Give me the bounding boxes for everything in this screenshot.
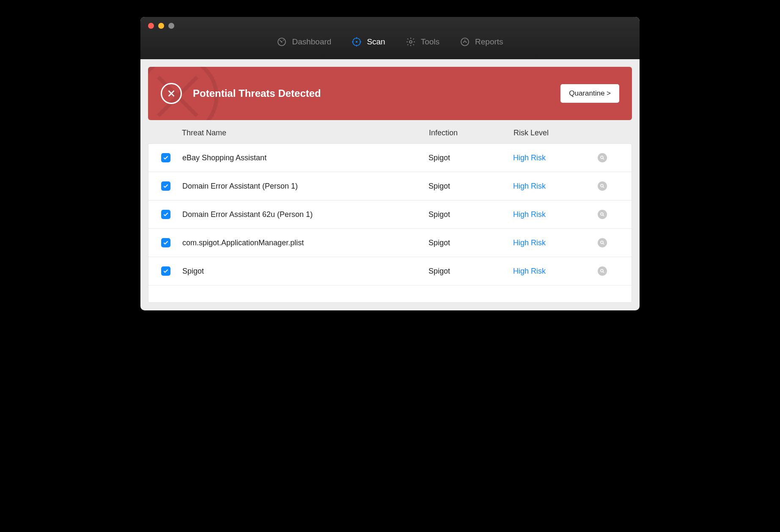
threat-infection: Spigot — [428, 210, 513, 219]
nav-label: Scan — [367, 37, 385, 47]
threat-name: eBay Shopping Assistant — [182, 154, 428, 162]
row-checkbox[interactable] — [161, 181, 170, 191]
row-detail-button[interactable] — [598, 181, 607, 191]
nav-reports[interactable]: Reports — [460, 37, 503, 47]
threat-infection: Spigot — [428, 182, 513, 191]
table-header: Threat Name Infection Risk Level — [148, 120, 632, 143]
threat-name: Domain Error Assistant (Person 1) — [182, 182, 428, 191]
svg-point-11 — [464, 40, 465, 41]
svg-point-10 — [461, 38, 469, 46]
reports-icon — [460, 37, 470, 47]
nav-label: Tools — [421, 37, 439, 47]
app-window: Dashboard Scan Tools Reports — [140, 17, 640, 310]
table-row: com.spigot.ApplicationManager.plist Spig… — [148, 229, 632, 257]
gear-icon — [406, 37, 416, 47]
quarantine-button[interactable]: Quarantine > — [560, 84, 619, 103]
svg-point-21 — [601, 213, 603, 215]
row-detail-button[interactable] — [598, 266, 607, 276]
nav-dashboard[interactable]: Dashboard — [277, 37, 331, 47]
threat-infection: Spigot — [428, 239, 513, 247]
threat-name: Spigot — [182, 267, 428, 276]
svg-line-22 — [603, 215, 604, 217]
crosshair-icon — [352, 37, 362, 47]
threat-infection: Spigot — [428, 154, 513, 162]
table-footer — [148, 285, 632, 302]
row-checkbox[interactable] — [161, 153, 170, 162]
titlebar: Dashboard Scan Tools Reports — [140, 17, 640, 59]
row-checkbox[interactable] — [161, 238, 170, 247]
threats-table: eBay Shopping Assistant Spigot High Risk… — [148, 143, 632, 303]
content-area: Potential Threats Detected Quarantine > … — [140, 59, 640, 310]
gauge-icon — [277, 37, 287, 47]
risk-level-link[interactable]: High Risk — [513, 210, 546, 219]
row-detail-button[interactable] — [598, 153, 607, 162]
magnifier-icon — [600, 212, 605, 217]
threat-banner: Potential Threats Detected Quarantine > — [148, 67, 632, 120]
main-nav: Dashboard Scan Tools Reports — [140, 25, 640, 59]
magnifier-icon — [600, 269, 605, 274]
nav-scan[interactable]: Scan — [352, 37, 385, 47]
row-detail-button[interactable] — [598, 238, 607, 247]
svg-point-2 — [283, 40, 284, 41]
threat-infection: Spigot — [428, 267, 513, 276]
svg-line-20 — [603, 187, 604, 188]
svg-point-1 — [281, 41, 283, 43]
header-infection: Infection — [429, 129, 514, 137]
risk-level-link[interactable]: High Risk — [513, 154, 546, 162]
nav-label: Reports — [475, 37, 503, 47]
svg-point-23 — [601, 241, 603, 244]
risk-level-link[interactable]: High Risk — [513, 267, 546, 275]
nav-label: Dashboard — [292, 37, 331, 47]
banner-title: Potential Threats Detected — [193, 88, 321, 99]
svg-line-24 — [603, 244, 604, 245]
table-row: Domain Error Assistant 62u (Person 1) Sp… — [148, 200, 632, 229]
row-detail-button[interactable] — [598, 210, 607, 219]
risk-level-link[interactable]: High Risk — [513, 182, 546, 190]
row-checkbox[interactable] — [161, 266, 170, 276]
header-threat-name: Threat Name — [182, 129, 429, 137]
svg-point-9 — [409, 41, 412, 43]
svg-line-18 — [603, 159, 604, 160]
risk-level-link[interactable]: High Risk — [513, 239, 546, 247]
svg-point-25 — [601, 269, 603, 272]
header-risk: Risk Level — [514, 129, 598, 137]
svg-point-17 — [601, 156, 603, 159]
threat-name: Domain Error Assistant 62u (Person 1) — [182, 210, 428, 219]
svg-point-19 — [601, 184, 603, 187]
table-row: Domain Error Assistant (Person 1) Spigot… — [148, 172, 632, 200]
row-checkbox[interactable] — [161, 210, 170, 219]
banner-left: Potential Threats Detected — [161, 83, 321, 104]
svg-line-26 — [603, 272, 604, 273]
magnifier-icon — [600, 240, 605, 245]
table-row: eBay Shopping Assistant Spigot High Risk — [148, 144, 632, 172]
alert-x-icon — [161, 83, 182, 104]
magnifier-icon — [600, 184, 605, 189]
table-row: Spigot Spigot High Risk — [148, 257, 632, 285]
svg-point-8 — [356, 41, 357, 43]
threat-name: com.spigot.ApplicationManager.plist — [182, 239, 428, 247]
magnifier-icon — [600, 155, 605, 160]
nav-tools[interactable]: Tools — [406, 37, 439, 47]
